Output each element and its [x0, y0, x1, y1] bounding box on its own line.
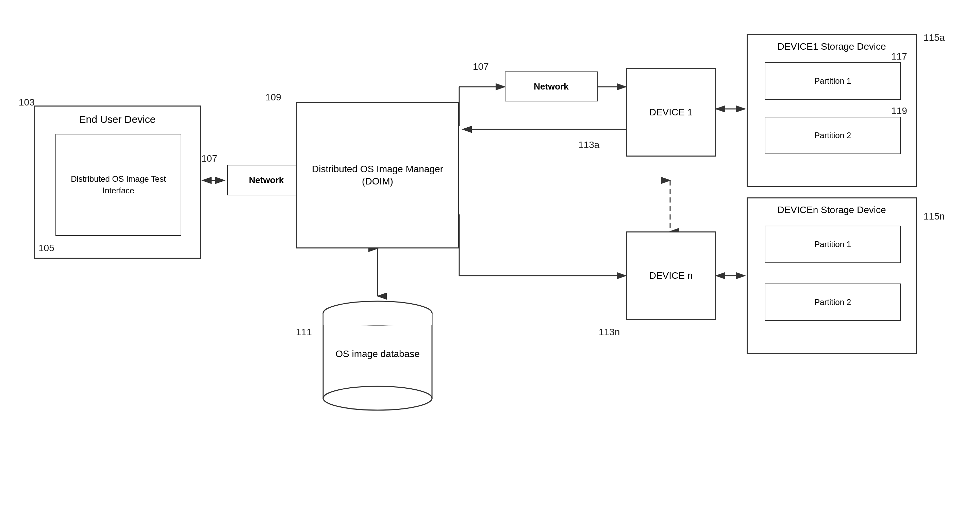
ref-113n: 113n	[599, 327, 620, 338]
device1-box: DEVICE 1	[626, 68, 716, 156]
devicen-label: DEVICE n	[649, 270, 693, 282]
doiti-box: Distributed OS Image Test Interface	[56, 134, 181, 236]
svg-point-19	[323, 386, 432, 410]
ref-107-top: 107	[473, 61, 489, 72]
device1-partition1-box: Partition 1	[765, 62, 901, 100]
devicen-storage-title: DEVICEn Storage Device	[748, 204, 916, 216]
ref-107-left: 107	[201, 153, 217, 164]
device1-label: DEVICE 1	[649, 106, 693, 118]
ref-109: 109	[265, 92, 281, 103]
svg-rect-20	[323, 313, 432, 325]
doim-label: Distributed OS Image Manager (DOIM)	[297, 163, 458, 188]
devicen-partition2-box: Partition 2	[765, 284, 901, 321]
device1-partition2-box: Partition 2	[765, 117, 901, 154]
ref-105: 105	[38, 242, 54, 254]
devicen-box: DEVICE n	[626, 231, 716, 320]
end-user-device-label: End User Device	[35, 113, 200, 126]
network-left-label: Network	[249, 174, 284, 186]
device1-partition2-label: Partition 2	[815, 130, 851, 141]
doim-box: Distributed OS Image Manager (DOIM)	[296, 102, 459, 249]
network-left-box: Network	[227, 165, 305, 195]
os-image-db-label: OS image database	[330, 347, 425, 361]
ref-117: 117	[891, 51, 907, 62]
ref-111: 111	[296, 327, 312, 338]
network-top-box: Network	[505, 72, 598, 101]
devicen-partition1-label: Partition 1	[815, 239, 851, 250]
ref-113a: 113a	[578, 140, 599, 150]
devicen-storage-box: DEVICEn Storage Device Partition 1 Parti…	[747, 198, 917, 354]
devicen-partition1-box: Partition 1	[765, 226, 901, 263]
end-user-device-box: End User Device Distributed OS Image Tes…	[34, 105, 201, 258]
ref-115a: 115a	[924, 32, 945, 43]
ref-115n: 115n	[924, 211, 945, 222]
doiti-label: Distributed OS Image Test Interface	[56, 173, 181, 196]
device1-partition1-label: Partition 1	[815, 75, 851, 87]
ref-119: 119	[891, 105, 907, 116]
devicen-partition2-label: Partition 2	[815, 297, 851, 308]
diagram: 103 End User Device Distributed OS Image…	[0, 0, 980, 517]
network-top-label: Network	[534, 80, 569, 93]
ref-103: 103	[19, 97, 35, 108]
device1-storage-title: DEVICE1 Storage Device	[748, 40, 916, 53]
